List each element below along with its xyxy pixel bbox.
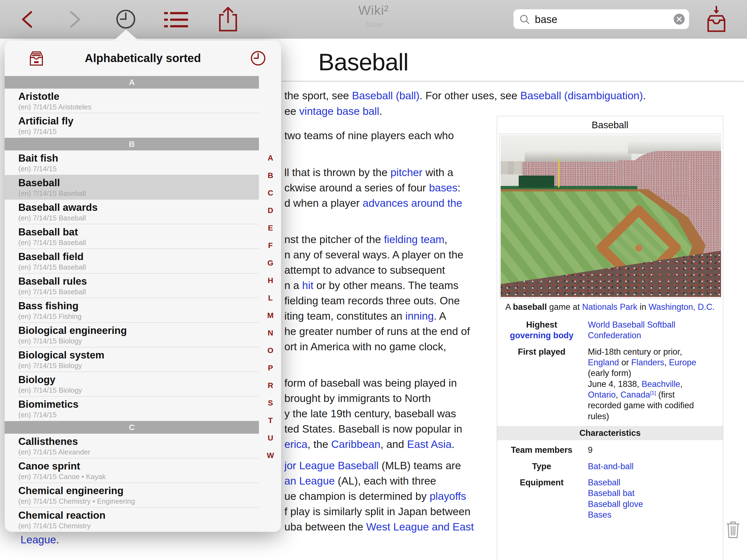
wiki-link[interactable]: fielding team — [384, 233, 444, 245]
text: . A — [434, 310, 446, 322]
article-line: erica, the Caribbean, and East Asia. — [284, 438, 455, 451]
wiki-link[interactable]: playoffs — [430, 490, 466, 502]
list-item-title: Callisthenes — [18, 436, 259, 447]
wiki-link[interactable]: Baseball bat — [588, 488, 635, 498]
wiki-link[interactable]: Europe — [669, 358, 696, 367]
list-item[interactable]: Bass fishing(en) 7/14/15 Fishing — [5, 298, 259, 323]
index-letter[interactable]: R — [268, 377, 273, 394]
wiki-link[interactable]: Caribbean — [331, 438, 380, 450]
wiki-link[interactable]: pitcher — [390, 167, 422, 178]
index-letter[interactable]: F — [268, 237, 273, 254]
share-button[interactable] — [216, 6, 239, 33]
article-line: ee vintage base ball. — [284, 105, 382, 118]
index-letter[interactable]: W — [267, 447, 274, 464]
wiki-link[interactable]: Baseball (disambiguation) — [520, 90, 643, 101]
index-letter[interactable]: D — [268, 202, 273, 219]
list-item[interactable]: Baseball awards(en) 7/14/15 Baseball — [5, 200, 259, 224]
wiki-link[interactable]: bases — [429, 182, 458, 194]
index-letter[interactable]: S — [268, 394, 273, 412]
list-item[interactable]: Chemical engineering(en) 7/14/15 Chemist… — [5, 483, 259, 508]
index-letter[interactable]: B — [268, 167, 273, 184]
wiki-link[interactable]: Canada — [620, 390, 650, 400]
wiki-link[interactable]: Flanders — [632, 358, 664, 367]
text: recorded game with codified — [588, 401, 694, 410]
wiki-link[interactable]: Bases — [588, 510, 611, 519]
article-line: f play is similarly split in Japan betwe… — [284, 505, 470, 518]
wiki-link[interactable]: Ontario — [588, 390, 616, 400]
index-letter[interactable]: E — [268, 219, 273, 237]
wiki-link[interactable]: erica — [284, 438, 308, 450]
wiki-link[interactable]: advances around the — [363, 197, 462, 209]
infobox-title: Baseball — [497, 116, 723, 134]
index-letter[interactable]: L — [268, 289, 273, 307]
list-item[interactable]: Biological engineering(en) 7/14/15 Biolo… — [5, 323, 259, 347]
stadium-photo[interactable] — [500, 135, 721, 297]
contents-button[interactable] — [163, 11, 189, 29]
text: , — [664, 358, 669, 367]
list-item[interactable]: Chemical reaction(en) 7/14/15 Chemistry — [5, 508, 259, 532]
list-item[interactable]: Baseball field(en) 7/14/15 Baseball — [5, 249, 259, 274]
wiki-link[interactable]: inning — [405, 310, 434, 322]
infobox-value: BaseballBaseball batBaseball gloveBases — [586, 475, 723, 523]
list-item-meta: (en) 7/14/15 Baseball — [18, 189, 259, 198]
sort-by-date-button[interactable] — [250, 50, 266, 67]
search-field[interactable] — [514, 9, 689, 29]
infobox-label: Team members — [497, 442, 586, 458]
wiki-link[interactable]: West League and East — [366, 521, 474, 533]
wiki-link[interactable]: Baseball (ball) — [352, 90, 419, 101]
index-letter[interactable]: A — [268, 149, 273, 167]
save-article-button[interactable] — [704, 5, 729, 34]
wiki-link[interactable]: Baseball glove — [588, 499, 643, 509]
wiki-link[interactable]: England — [588, 358, 619, 367]
list-item[interactable]: Biomimetics(en) 7/14/15 — [5, 397, 259, 421]
list-item[interactable]: Baseball(en) 7/14/15 Baseball — [5, 175, 259, 200]
search-input[interactable] — [534, 11, 656, 28]
list-item[interactable]: Aristotle(en) 7/14/15 Aristoteles — [5, 88, 259, 113]
back-button[interactable] — [20, 10, 34, 29]
wiki-link[interactable]: Beachville — [642, 379, 680, 389]
list-item[interactable]: Artificial fly(en) 7/14/15 — [5, 113, 259, 138]
wiki-link[interactable]: League — [21, 534, 56, 545]
wiki-link[interactable]: governing body — [510, 331, 574, 340]
index-letter[interactable]: N — [268, 324, 273, 342]
bold-text: baseball — [513, 302, 547, 312]
list-item[interactable]: Baseball bat(en) 7/14/15 Baseball — [5, 224, 259, 249]
list-item[interactable]: Canoe sprint(en) 7/14/15 Canoe • Kayak — [5, 458, 259, 483]
reference-link[interactable]: [1] — [650, 390, 656, 396]
trash-button[interactable] — [726, 520, 741, 540]
index-letter[interactable]: H — [268, 272, 273, 289]
list-item[interactable]: Bait fish(en) 7/14/15 — [5, 150, 259, 175]
index-letter[interactable]: G — [267, 254, 274, 272]
index-letter[interactable]: O — [267, 342, 274, 359]
wiki-link[interactable]: an League — [284, 475, 335, 487]
list-item-meta: (en) 7/14/15 — [18, 411, 259, 419]
index-letter[interactable]: M — [267, 307, 274, 324]
list-item[interactable]: Callisthenes(en) 7/14/15 Alexander — [5, 434, 259, 458]
wiki-link[interactable]: Bat-and-ball — [588, 462, 634, 471]
infobox-value: 9 — [586, 442, 723, 458]
list-item[interactable]: Baseball rules(en) 7/14/15 Baseball — [5, 274, 259, 298]
wiki-link[interactable]: Washington, D.C. — [649, 302, 715, 312]
list-item[interactable]: Biological system(en) 7/14/15 Biology — [5, 347, 259, 372]
text: ted States. Baseball is now popular in — [284, 423, 462, 435]
index-letter[interactable]: T — [268, 412, 273, 429]
list-item[interactable]: Biology(en) 7/14/15 Biology — [5, 372, 259, 397]
wiki-link[interactable]: East Asia — [407, 438, 452, 450]
list-item-title: Chemical reaction — [18, 510, 259, 521]
history-button[interactable] — [115, 9, 136, 31]
wiki-link[interactable]: Nationals Park — [582, 302, 637, 312]
index-letter[interactable]: U — [268, 429, 273, 447]
wiki-link[interactable]: jor League Baseball — [284, 460, 379, 472]
wiki-link[interactable]: hit — [302, 279, 313, 291]
infobox-row: First playedMid-18th century or prior,En… — [497, 344, 723, 425]
list-item-title: Canoe sprint — [18, 460, 259, 472]
wiki-link[interactable]: vintage base ball — [299, 105, 379, 117]
wiki-link[interactable]: World Baseball Softball Confederation — [588, 320, 675, 340]
clear-search-button[interactable] — [674, 14, 685, 25]
infobox-row: Team members9 — [497, 442, 723, 458]
index-letter[interactable]: C — [268, 184, 273, 202]
forward-button[interactable] — [68, 10, 83, 29]
wiki-link[interactable]: Baseball — [588, 478, 620, 487]
index-letter[interactable]: P — [268, 359, 273, 377]
article-line: n a hit or by other means. The teams — [284, 279, 459, 292]
